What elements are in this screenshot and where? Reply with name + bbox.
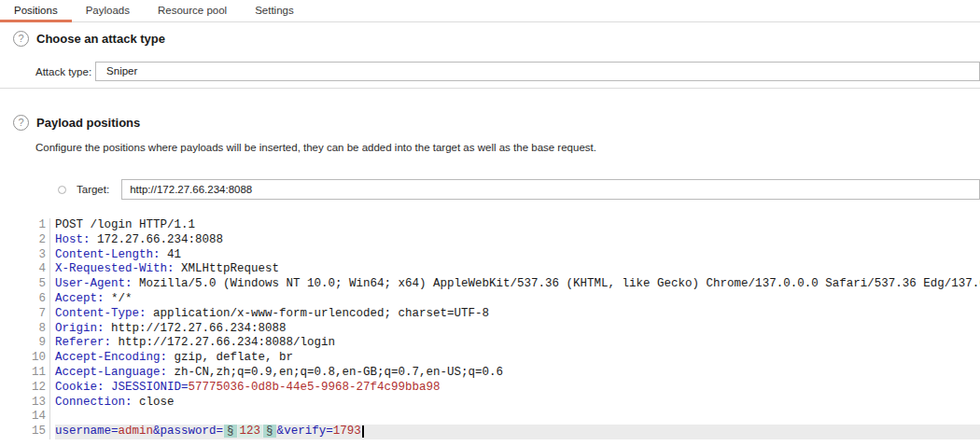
request-line-content[interactable]: Content-Length: 41 <box>55 248 980 263</box>
attack-type-section-header: ? Choose an attack type <box>13 31 980 47</box>
request-line-content[interactable]: X-Requested-With: XMLHttpRequest <box>55 262 980 277</box>
attack-type-row: Attack type: Sniper <box>35 62 980 81</box>
code-segment: User-Agent: <box>55 277 133 290</box>
code-segment: http://172.27.66.234:8088/login <box>111 336 335 349</box>
code-segment: */* <box>105 292 133 305</box>
request-line[interactable]: 9Referer: http://172.27.66.234:8088/logi… <box>28 336 980 351</box>
line-number: 3 <box>28 248 50 263</box>
target-row: Target: <box>58 179 980 200</box>
code-segment: zh-CN,zh;q=0.9,en;q=0.8,en-GB;q=0.7,en-U… <box>167 366 503 379</box>
code-segment: JSESSIONID= <box>105 381 189 394</box>
line-number: 14 <box>28 410 50 425</box>
code-segment: Content-Length: <box>55 248 161 261</box>
request-line-content[interactable]: Origin: http://172.27.66.234:8088 <box>55 322 980 337</box>
request-line[interactable]: 6Accept: */* <box>28 292 980 307</box>
request-line-content[interactable]: username=admin&password=§123§&verify=179… <box>55 425 980 439</box>
code-segment: X-Requested-With: <box>55 262 175 275</box>
code-segment: & <box>153 425 161 438</box>
code-segment: 1793 <box>333 425 361 438</box>
request-line[interactable]: 14 <box>28 410 980 425</box>
code-segment: Connection: <box>55 396 133 409</box>
line-number: 4 <box>28 262 50 277</box>
line-number: 1 <box>28 218 50 233</box>
request-line[interactable]: 13Connection: close <box>28 396 980 411</box>
code-segment: Accept-Language: <box>55 366 167 379</box>
line-number: 11 <box>28 366 50 381</box>
request-editor[interactable]: 1POST /login HTTP/1.12Host: 172.27.66.23… <box>28 218 980 439</box>
code-segment: http://172.27.66.234:8088 <box>105 322 287 335</box>
text-caret <box>362 425 364 438</box>
help-icon[interactable]: ? <box>13 31 29 47</box>
tab-settings[interactable]: Settings <box>241 0 308 22</box>
line-number: 13 <box>28 396 50 411</box>
payload-marker: § <box>263 425 276 438</box>
request-line-content[interactable]: Referer: http://172.27.66.234:8088/login <box>55 336 980 351</box>
code-segment: 41 <box>161 248 182 261</box>
request-line[interactable]: 7Content-Type: application/x-www-form-ur… <box>28 307 980 322</box>
tab-payloads[interactable]: Payloads <box>72 0 144 22</box>
code-segment: Content-Type: <box>55 307 147 320</box>
line-number: 12 <box>28 381 50 396</box>
request-line-content[interactable]: Accept: */* <box>55 292 980 307</box>
request-line[interactable]: 3Content-Length: 41 <box>28 248 980 263</box>
request-line-content[interactable]: Content-Type: application/x-www-form-url… <box>55 307 980 322</box>
code-segment: verify= <box>284 425 333 438</box>
code-segment: Host: <box>55 233 91 246</box>
request-line-content[interactable]: Cookie: JSESSIONID=57775036-0d8b-44e5-99… <box>55 381 980 396</box>
request-line-content[interactable]: User-Agent: Mozilla/5.0 (Windows NT 10.0… <box>55 277 980 292</box>
request-line[interactable]: 10Accept-Encoding: gzip, deflate, br <box>28 351 980 366</box>
attack-type-section-title: Choose an attack type <box>36 32 165 46</box>
request-line[interactable]: 5User-Agent: Mozilla/5.0 (Windows NT 10.… <box>28 277 980 292</box>
code-segment: username= <box>55 425 119 438</box>
code-segment: password= <box>161 425 224 438</box>
code-segment: Accept-Encoding: <box>55 351 167 364</box>
target-label: Target: <box>77 184 109 195</box>
request-line-content[interactable]: POST /login HTTP/1.1 <box>55 218 980 233</box>
line-number: 5 <box>28 277 50 292</box>
code-segment: Origin: <box>55 322 105 335</box>
request-line-content[interactable]: Accept-Language: zh-CN,zh;q=0.9,en;q=0.8… <box>55 366 980 381</box>
request-line-content[interactable]: Accept-Encoding: gzip, deflate, br <box>55 351 980 366</box>
tab-bar: Positions Payloads Resource pool Setting… <box>0 0 980 22</box>
code-segment: gzip, deflate, br <box>167 351 293 364</box>
code-segment: 172.27.66.234:8088 <box>91 233 224 246</box>
code-segment: admin <box>119 425 154 438</box>
payload-positions-section-header: ? Payload positions <box>13 115 980 131</box>
code-segment: Accept: <box>55 292 105 305</box>
code-segment: POST /login HTTP/1.1 <box>55 218 195 231</box>
request-line[interactable]: 4X-Requested-With: XMLHttpRequest <box>28 262 980 277</box>
request-line[interactable]: 8Origin: http://172.27.66.234:8088 <box>28 322 980 337</box>
tab-resource-pool[interactable]: Resource pool <box>144 0 241 22</box>
section-divider <box>0 88 980 89</box>
request-line[interactable]: 2Host: 172.27.66.234:8088 <box>28 233 980 248</box>
line-number: 2 <box>28 233 50 248</box>
line-number: 8 <box>28 322 50 337</box>
attack-type-select[interactable]: Sniper <box>95 62 980 81</box>
payload-marker: § <box>224 425 237 438</box>
request-line[interactable]: 12Cookie: JSESSIONID=57775036-0d8b-44e5-… <box>28 381 980 396</box>
code-segment: 57775036-0d8b-44e5-9968-27f4c99bba98 <box>189 381 441 394</box>
code-segment: Referer: <box>55 336 111 349</box>
line-number: 9 <box>28 336 50 351</box>
target-input[interactable] <box>121 179 980 200</box>
request-line[interactable]: 15username=admin&password=§123§&verify=1… <box>28 425 980 439</box>
intruder-panel: Positions Payloads Resource pool Setting… <box>0 0 980 439</box>
request-line-content[interactable]: Host: 172.27.66.234:8088 <box>55 233 980 248</box>
code-segment: close <box>133 396 175 409</box>
code-segment: Cookie: <box>55 381 105 394</box>
request-line[interactable]: 11Accept-Language: zh-CN,zh;q=0.9,en;q=0… <box>28 366 980 381</box>
payload-positions-section-title: Payload positions <box>36 116 140 130</box>
code-segment: 123 <box>238 425 263 438</box>
request-line[interactable]: 1POST /login HTTP/1.1 <box>28 218 980 233</box>
request-line-content[interactable] <box>55 410 980 425</box>
line-number: 10 <box>28 351 50 366</box>
line-number: 7 <box>28 307 50 322</box>
code-segment: XMLHttpRequest <box>175 262 280 275</box>
code-segment: application/x-www-form-urlencoded; chars… <box>147 307 490 320</box>
tab-positions[interactable]: Positions <box>0 0 72 22</box>
help-icon[interactable]: ? <box>13 115 29 131</box>
line-number: 6 <box>28 292 50 307</box>
attack-type-label: Attack type: <box>35 66 91 77</box>
code-segment: Mozilla/5.0 (Windows NT 10.0; Win64; x64… <box>133 277 980 290</box>
request-line-content[interactable]: Connection: close <box>55 396 980 411</box>
